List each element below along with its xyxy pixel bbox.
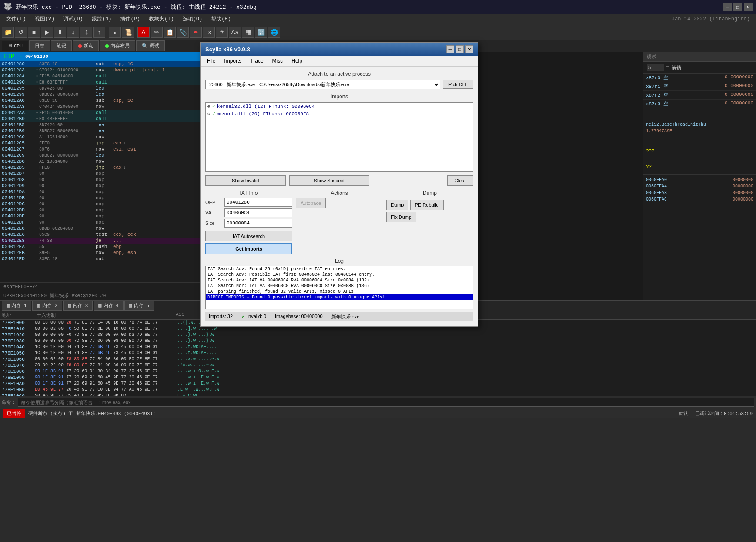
disasm-row[interactable]: 004012D5 FFE0 jmp eax ↓ [0,164,208,171]
disasm-row[interactable]: 0040128A • FF15 04614000 call [0,73,208,79]
memory-row[interactable]: 778E1090 90 1F 8E 91 77 20 69 91 60 45 9… [0,375,756,381]
menu-trace[interactable]: 跟踪(N) [87,14,116,23]
memory-row[interactable]: 778E1050 1C 00 1E 00 D4 74 8E 77 6B 4C 7… [0,350,756,356]
show-suspect-button[interactable]: Show Suspect [289,175,370,186]
scylla-menu-imports[interactable]: Imports [220,57,246,65]
toolbar-fx[interactable]: fx [203,27,215,38]
menu-debug[interactable]: 调试(D) [59,14,87,23]
memory-row[interactable]: 778E1070 20 00 22 00 78 80 8E 77 84 00 8… [0,362,756,368]
toolbar-calc[interactable]: A [137,27,150,38]
toolbar-calc2[interactable]: 🔢 [255,27,267,38]
memory-row[interactable]: 778E1010 00 00 02 00 FC 5D 8E 77 0E 00 1… [0,326,756,332]
toolbar-eraser[interactable]: ✏ [151,27,163,38]
menu-favorites[interactable]: 收藏夹(I) [144,14,178,23]
disasm-row[interactable]: 004012EA 55 push ebp [0,244,208,250]
autotrace-button[interactable]: Autotrace [296,198,326,208]
disasm-row[interactable]: 004012E8 74 38 je ... [0,238,208,244]
command-input[interactable] [18,398,754,407]
tab-breakpoints[interactable]: 断点 [73,40,99,51]
disasm-row[interactable]: 004012EB 89E5 mov ebp, esp [0,250,208,256]
scylla-menu-help[interactable]: Help [287,57,307,65]
toolbar-step-out[interactable]: ↑ [93,27,105,38]
memory-tab-2[interactable]: ▦ 内存 2 [32,301,62,311]
memory-row[interactable]: 778E1080 90 1E 8B 91 77 20 69 91 30 B4 9… [0,368,756,375]
toolbar-web[interactable]: 🌐 [268,27,280,38]
tab-notes[interactable]: 笔记 [51,40,72,51]
disasm-row[interactable]: 004012D7 90 nop [0,171,208,177]
toolbar-breakpoint[interactable]: ⬥ [109,27,121,38]
disasm-row[interactable]: 004012B0 • E8 4BFEFFFF call [0,116,208,122]
memory-tab-4[interactable]: ▦ 内存 4 [94,301,123,311]
disasm-row[interactable]: 004012D9 90 nop [0,183,208,189]
memory-content[interactable]: 778E1000 00 18 00 00 28 7C 8E 77 14 00 1… [0,320,756,396]
memory-row[interactable]: 778E1060 00 00 02 00 78 80 8E 77 84 00 8… [0,356,756,362]
menu-view[interactable]: 视图(V) [30,14,59,23]
scylla-minimize[interactable]: ─ [446,45,454,53]
disasm-row[interactable]: 004012A0 83EC 1C sub esp, 1C [0,97,208,104]
scylla-close[interactable]: ✕ [465,45,473,53]
disasm-row[interactable]: 004012DE 90 nop [0,213,208,219]
disasm-row[interactable]: 004012DF 90 nop [0,219,208,225]
log-box[interactable]: IAT Search Adv: Found 29 (0x1D) possible… [205,266,473,309]
scylla-menu-file[interactable]: File [203,57,220,65]
toolbar-stop[interactable]: ■ [28,27,40,38]
disasm-row[interactable]: 00401299 8DBC27 00000000 lea [0,91,208,97]
menu-file[interactable]: 文件(F) [2,14,30,23]
toolbar-clip[interactable]: 📎 [177,27,189,38]
memory-row[interactable]: 778E1030 06 00 08 00 D0 7D 8E 77 06 00 0… [0,338,756,344]
disasm-row[interactable]: 00401280 83EC 1C sub esp, 1C [0,61,208,67]
pick-dll-button[interactable]: Pick DLL [443,80,473,89]
disasm-row[interactable]: 004012C9 8DBC27 00000000 lea [0,152,208,158]
toolbar-patches[interactable]: 📋 [164,27,176,38]
tab-memory[interactable]: 内存布局 [100,40,135,51]
disasm-row[interactable]: 004012E0 8B0D 0C204000 mov [0,225,208,231]
spinbox-input[interactable] [647,64,664,71]
dump-button[interactable]: Dump [386,200,408,210]
disasm-row[interactable]: 004012C0 A1 1C614000 mov [0,134,208,140]
va-input[interactable] [224,208,292,217]
disasm-row[interactable]: 004012DC 90 nop [0,201,208,207]
disasm-row[interactable]: 004012B5 8D7426 00 lea [0,122,208,128]
menu-options[interactable]: 选项(O) [178,14,207,23]
disasm-row[interactable]: 004012DD 90 nop [0,207,208,213]
toolbar-script[interactable]: 📜 [122,27,134,38]
toolbar-restart[interactable]: ↺ [15,27,27,38]
menu-help[interactable]: 帮助(H) [207,14,235,23]
process-select[interactable]: 23660 - 新年快乐.exe - C:\Users\x2658y\Downl… [205,80,440,89]
memory-row[interactable]: 778E10C0 20 46 9E 77 C5 43 8E 77 45 FF 0… [0,393,756,396]
disasm-row[interactable]: 004012C7 89F6 mov esi, esi [0,146,208,152]
tab-cpu[interactable]: 🖥 CPU [2,41,28,51]
disasm-row[interactable]: 00401295 8D7426 00 lea [0,85,208,91]
oep-input[interactable] [224,198,292,207]
toolbar-az[interactable]: Aa [229,27,241,38]
disasm-row[interactable]: 004012E6 85C9 test ecx, ecx [0,231,208,238]
toolbar-step-over[interactable]: ⤵ [80,27,92,38]
toolbar-pause[interactable]: ⏸ [54,27,66,38]
toolbar-open[interactable]: 📁 [2,27,14,38]
toolbar-step-into[interactable]: ↓ [67,27,79,38]
memory-tab-3[interactable]: ▦ 内存 3 [63,301,93,311]
iat-autosearch-button[interactable]: IAT Autosearch [205,231,292,241]
import-kernel32[interactable]: ⊕ ✓ kernel32.dll (12) FThunk: 000060C4 [206,103,473,110]
close-button[interactable]: ✕ [744,3,753,11]
scylla-menu-trace[interactable]: Trace [246,57,268,65]
memory-row[interactable]: 778E10B0 B0 45 9E 77 20 46 9E 77 C0 CE 9… [0,387,756,393]
disasm-row[interactable]: 004012ED 83EC 18 sub [0,256,208,262]
get-imports-button[interactable]: Get Imports [205,243,292,254]
minimize-button[interactable]: ─ [723,3,732,11]
disasm-row[interactable]: 004012C5 FFE0 jmp eax ↓ [0,140,208,146]
memory-row[interactable]: 778E1040 1C 00 1E 00 D4 74 8E 77 6B 4C 7… [0,344,756,350]
menu-plugins[interactable]: 插件(P) [116,14,144,23]
imports-box[interactable]: ⊕ ✓ kernel32.dll (12) FThunk: 000060C4 ⊕… [205,102,473,172]
memory-tab-5[interactable]: ▦ 内存 5 [124,301,154,311]
maximize-button[interactable]: □ [733,3,742,11]
disasm-row[interactable]: 004012DA 90 nop [0,189,208,195]
toolbar-data[interactable]: ▦ [242,27,254,38]
toolbar-hash[interactable]: # [216,27,228,38]
disasm-row[interactable]: 004012A3 C70424 02000000 mov [0,104,208,110]
disasm-row[interactable]: 004012AA • FF15 04614000 call [0,110,208,116]
memory-row[interactable]: 778E1020 00 00 00 00 F0 7D 8E 77 08 00 0… [0,332,756,338]
disasm-row[interactable]: 00401283 • C70424 01000000 mov dword ptr… [0,67,208,73]
toolbar-run[interactable]: ▶ [41,27,53,38]
show-invalid-button[interactable]: Show Invalid [205,175,286,186]
